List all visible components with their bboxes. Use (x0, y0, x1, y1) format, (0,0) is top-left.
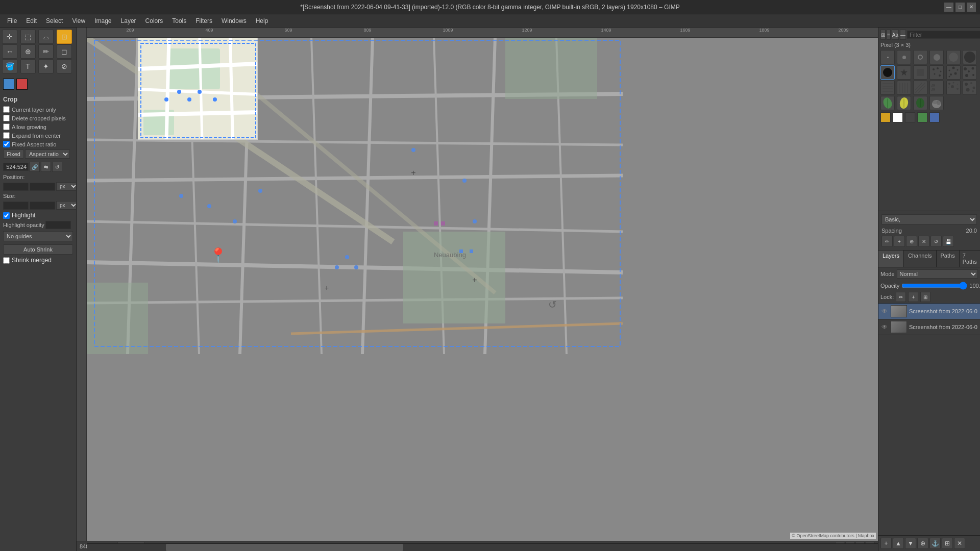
brush-item[interactable] (913, 96, 927, 110)
lock-all-btn[interactable]: ⊞ (920, 292, 930, 302)
menu-layer[interactable]: Layer (117, 16, 140, 26)
brush-mode-btn2[interactable]: ≡ (887, 30, 891, 40)
layers-tab[interactable]: Layers (878, 251, 904, 267)
brush-color-blue[interactable] (929, 112, 940, 122)
delete-cropped-checkbox[interactable] (3, 115, 10, 121)
fill-tool[interactable]: 🪣 (2, 59, 17, 73)
path-tool[interactable]: ✦ (38, 59, 54, 73)
close-button[interactable]: ✕ (967, 3, 976, 12)
brush-item[interactable] (929, 65, 944, 80)
brush-item[interactable] (897, 81, 911, 95)
text-tool[interactable]: T (20, 59, 36, 73)
size-w-input[interactable]: 312 (3, 202, 29, 210)
opacity-slider[interactable] (901, 282, 967, 290)
layer-raise-btn[interactable]: ▲ (893, 538, 904, 549)
highlight-opacity-input[interactable]: 50.0 (45, 221, 71, 229)
expand-center-checkbox[interactable] (3, 132, 10, 139)
menu-select[interactable]: Select (42, 16, 67, 26)
brush-mode-btn1[interactable]: ⊞ (880, 30, 886, 40)
layer-anchor-btn[interactable]: ⚓ (929, 538, 941, 549)
delete-cropped-label[interactable]: Delete cropped pixels (3, 115, 66, 121)
minimize-button[interactable]: — (944, 3, 953, 12)
sp-del-btn[interactable]: ✕ (918, 236, 929, 247)
horizontal-scrollbar[interactable] (87, 543, 878, 551)
fixed-button[interactable]: Fixed (3, 149, 24, 159)
lock-position-btn[interactable]: + (908, 292, 918, 302)
aspect-ratio-select[interactable]: Aspect ratio Fixed size Fixed width Fixe… (25, 149, 70, 159)
brush-color-dark[interactable] (905, 112, 915, 122)
brush-item[interactable]: /// /// (929, 81, 944, 95)
menu-tools[interactable]: Tools (168, 16, 190, 26)
hscroll-thumb[interactable] (166, 544, 403, 551)
guides-select[interactable]: No guides Center lines Rule of thirds (3, 231, 73, 241)
fixed-aspect-checkbox[interactable] (3, 141, 10, 147)
size-unit-select[interactable]: px mm (56, 201, 76, 210)
brush-color-green[interactable] (917, 112, 927, 122)
brush-item[interactable] (946, 50, 961, 64)
brush-item[interactable] (963, 65, 977, 80)
canvas-area[interactable]: 209 409 609 809 1009 1209 1409 1609 1809… (77, 28, 878, 551)
brush-item[interactable] (913, 81, 927, 95)
menu-help[interactable]: Help (252, 16, 273, 26)
sp-dup-btn[interactable]: ⊕ (906, 236, 917, 247)
menu-colors[interactable]: Colors (141, 16, 167, 26)
brush-mode-btn4[interactable]: — (900, 30, 906, 40)
maximize-button[interactable]: □ (955, 3, 965, 12)
brush-item[interactable] (946, 65, 961, 80)
layer-lower-btn[interactable]: ▼ (905, 538, 916, 549)
size-h-input[interactable]: 266 (30, 202, 55, 210)
menu-image[interactable]: Image (90, 16, 115, 26)
channels-tab[interactable]: Channels (904, 251, 936, 267)
eraser-tool[interactable]: ◻ (57, 44, 72, 59)
brush-color-white[interactable] (893, 112, 903, 122)
size-chain-button[interactable]: 🔗 (30, 162, 40, 172)
expand-center-label[interactable]: Expand from center (3, 132, 61, 139)
brush-item[interactable] (897, 50, 911, 64)
layer-visibility-1[interactable]: 👁 (880, 307, 889, 315)
size-swap-button[interactable]: ⇆ (41, 162, 51, 172)
current-layer-label[interactable]: Current layer only (3, 106, 56, 113)
layer-visibility-2[interactable]: 👁 (880, 323, 889, 331)
crop-tool[interactable]: ⊡ (57, 30, 72, 44)
pos-x-input[interactable]: 613 (3, 183, 29, 191)
transform-tool[interactable]: ↔ (2, 44, 17, 59)
brush-item[interactable] (913, 50, 927, 64)
rect-select-tool[interactable]: ⬚ (20, 30, 36, 44)
brush-mode-btn3[interactable]: Aa (892, 30, 899, 40)
shrink-merged-checkbox[interactable] (3, 257, 10, 264)
zoom-tool[interactable]: ⊕ (20, 44, 36, 59)
brush-item[interactable]: ★ (897, 65, 911, 80)
menu-edit[interactable]: Edit (22, 16, 41, 26)
layer-dup-btn[interactable]: ⊕ (917, 538, 928, 549)
menu-view[interactable]: View (68, 16, 89, 26)
pos-unit-select[interactable]: px mm in (56, 182, 76, 191)
menu-file[interactable]: File (3, 16, 21, 26)
brush-item[interactable] (880, 81, 895, 95)
highlight-checkbox[interactable] (3, 212, 10, 219)
allow-growing-checkbox[interactable] (3, 123, 10, 130)
lasso-tool[interactable]: ⌓ (38, 30, 54, 44)
basic-select[interactable]: Basic, Classic, (881, 214, 977, 224)
sp-new-btn[interactable]: + (894, 236, 905, 247)
brush-filter-input[interactable] (907, 31, 980, 39)
eyedrop-tool[interactable]: ⊘ (57, 59, 72, 73)
brush-item[interactable] (880, 50, 895, 64)
sp-refresh-btn[interactable]: ↺ (930, 236, 942, 247)
size-ratio-input[interactable] (3, 163, 29, 171)
layer-merge-btn[interactable]: ⊞ (942, 538, 953, 549)
menu-filters[interactable]: Filters (191, 16, 216, 26)
brush-item[interactable] (946, 81, 961, 95)
background-color[interactable] (16, 79, 28, 90)
layer-new-btn[interactable]: + (880, 538, 892, 549)
brush-item[interactable] (929, 96, 944, 110)
brush-item[interactable] (913, 65, 927, 80)
brush-item[interactable] (929, 50, 944, 64)
lock-pixels-btn[interactable]: ✏ (896, 292, 906, 302)
pos-y-input[interactable]: 279 (30, 183, 55, 191)
foreground-color[interactable] (3, 79, 14, 90)
sp-edit-btn[interactable]: ✏ (881, 236, 893, 247)
menu-windows[interactable]: Windows (217, 16, 251, 26)
current-layer-checkbox[interactable] (3, 106, 10, 113)
brush-item[interactable] (963, 50, 977, 64)
brush-item[interactable] (897, 96, 911, 110)
